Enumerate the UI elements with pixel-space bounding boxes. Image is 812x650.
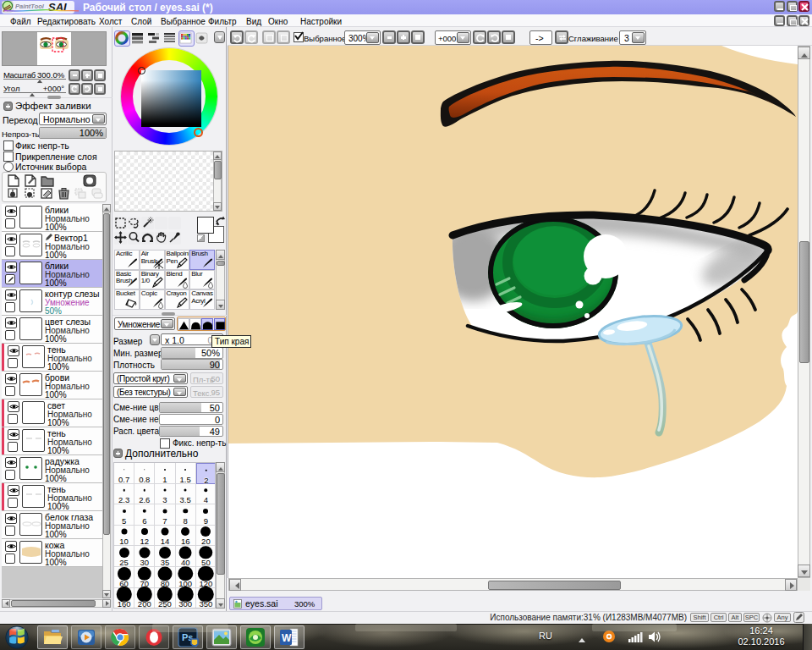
- svg-text:PaintTool: PaintTool: [15, 3, 45, 10]
- svg-text:SAI: SAI: [48, 1, 67, 14]
- svg-text:W: W: [282, 632, 292, 644]
